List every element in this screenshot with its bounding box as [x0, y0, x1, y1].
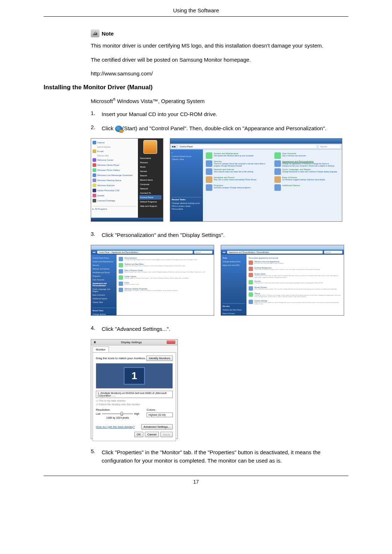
screenshot-personalization: ◀ ▶ Appearance and Personalization > Per…	[221, 245, 344, 316]
step-2-text: Click (Start) and "Control Panel". Then,…	[102, 124, 348, 132]
identify-monitors-button: Identify Monitors	[146, 356, 173, 361]
step-5-number: 5.	[91, 448, 102, 465]
note-icon	[91, 29, 99, 37]
advanced-settings-button: Advanced Settings...	[141, 424, 173, 430]
display-tab-monitor: Monitor	[93, 346, 109, 352]
note-url: http://www.samsung.com/	[91, 70, 348, 78]
display-dropdown: 1. (Multiple Monitors) on NVIDIA GeForce…	[96, 391, 173, 398]
screenshot-start-menu: Internet Internet Explorer E-mail Window…	[91, 138, 163, 222]
os-suffix: Windows Vista™, Operating System	[115, 98, 205, 104]
os-prefix: Microsoft	[91, 98, 113, 104]
ok-button: OK	[134, 432, 144, 437]
screenshot-row-2: ◀ ▶ Control Panel > Appearance and Perso…	[91, 245, 348, 316]
os-line: Microsoft® Windows Vista™, Operating Sys…	[91, 98, 348, 104]
step-1-number: 1.	[91, 110, 102, 118]
note-paragraph-2: The certified driver will be posted on S…	[91, 56, 348, 64]
screenshot-appearance: ◀ ▶ Control Panel > Appearance and Perso…	[91, 245, 214, 316]
apply-button: Apply	[160, 432, 173, 437]
slider-low-label: Low	[96, 413, 101, 415]
page-number: 17	[193, 479, 199, 485]
note-label: Note	[102, 30, 114, 37]
resolution-value: 1280 by 1024 pixels	[96, 416, 139, 419]
resolution-label: Resolution:	[96, 408, 139, 411]
display-title-icon: 🖥	[93, 341, 96, 344]
screenshot-control-panel: ◀ ▶ Control Panel Search • Control Panel…	[170, 138, 342, 222]
step-3-number: 3.	[91, 231, 102, 239]
screenshot-display-settings: 🖥 Display Settings Monitor Drag the icon…	[91, 339, 178, 439]
slider-high-label: High	[134, 413, 139, 415]
section-heading: Installing the Monitor Driver (Manual)	[44, 84, 348, 91]
note-paragraph-1: This monitor driver is under certifying …	[91, 42, 348, 50]
start-button-icon	[115, 126, 122, 132]
display-drag-text: Drag the icons to match your monitors.	[96, 357, 146, 360]
display-title: Display Settings	[121, 341, 142, 344]
display-check-2: ☑ Extend the desktop onto this monitor	[96, 403, 173, 406]
cancel-button: Cancel	[145, 432, 159, 437]
step-4-text: Click "Advanced Settings...".	[102, 325, 348, 333]
step-1-text: Insert your Manual CD into your CD-ROM d…	[102, 110, 348, 118]
step-4-number: 4.	[91, 325, 102, 333]
step-3-text: Click "Personalization" and then "Displa…	[102, 231, 348, 239]
screenshot-row-1: Internet Internet Explorer E-mail Window…	[91, 138, 348, 222]
monitor-icon-1: 1	[124, 367, 145, 385]
page-footer: 17	[44, 476, 348, 485]
colors-value: Highest (32 bit)	[147, 413, 173, 417]
display-help-link: How do I get the best display?	[96, 425, 135, 428]
display-check-1: ☑ This is my main monitor	[96, 399, 173, 402]
close-icon	[167, 340, 175, 344]
page-header-title: Using the Software	[44, 7, 348, 17]
step-5-text: Click "Properties" in the "Monitor" tab.…	[102, 448, 348, 465]
step-2-mid: (Start) and "Control Panel". Then, doubl…	[122, 125, 327, 131]
step-2-pre: Click	[102, 125, 115, 131]
step-2-number: 2.	[91, 124, 102, 132]
screenshot-display-settings-wrap: 🖥 Display Settings Monitor Drag the icon…	[91, 339, 348, 439]
colors-label: Colors:	[147, 408, 173, 411]
